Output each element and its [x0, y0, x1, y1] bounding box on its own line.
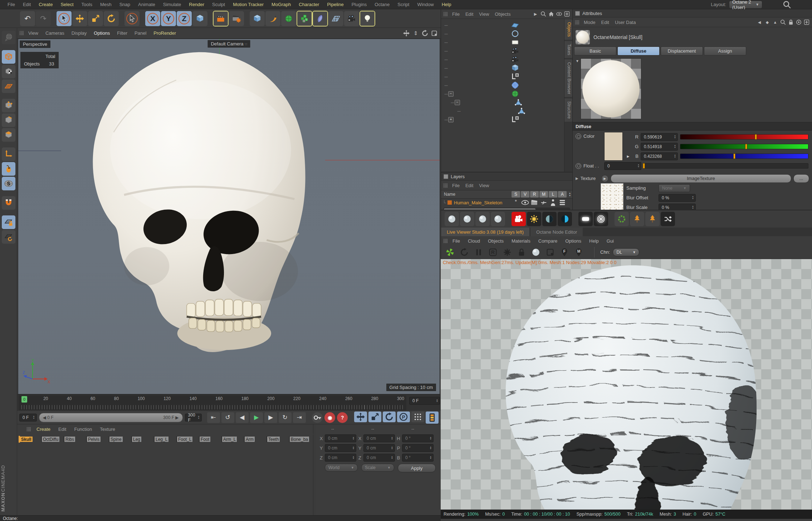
attributes-menu-item[interactable]: Edit — [598, 20, 612, 25]
color-swatch[interactable] — [604, 132, 623, 161]
workplane-rotate-icon[interactable] — [2, 230, 15, 244]
goto-end-button[interactable]: ⇥ — [293, 412, 306, 423]
scale-field[interactable]: 0 cm▲▼ — [363, 454, 395, 462]
object-row[interactable]: ─ + Human_Male_Skeleton — [441, 115, 564, 124]
material-menu-item[interactable]: Texture — [96, 427, 119, 432]
panel-grip[interactable] — [26, 427, 31, 432]
add-deformer-button[interactable] — [313, 11, 328, 26]
float-slider[interactable] — [644, 163, 808, 169]
timeline-scrubber[interactable]: 0 — [21, 396, 27, 403]
material-ball-icon[interactable] — [531, 248, 540, 257]
layers-column-header[interactable]: L — [549, 191, 557, 198]
attribute-tab[interactable]: Displacement — [661, 47, 703, 55]
scale-field[interactable]: 0 cm▲▼ — [363, 434, 395, 442]
position-field[interactable]: 0 cm▲▼ — [325, 444, 356, 452]
channel-slider[interactable] — [680, 134, 808, 140]
workplane-lock-icon[interactable] — [2, 215, 15, 229]
object-row[interactable]: ─ Circle ✓ — [441, 29, 564, 38]
lv-menu-item[interactable]: Options — [561, 238, 585, 244]
lock-icon[interactable] — [549, 198, 557, 207]
material-tile[interactable]: Leg — [131, 437, 152, 515]
viewport-menu-item[interactable]: Filter — [113, 30, 131, 36]
layers-menu-item[interactable]: Edit — [463, 183, 476, 188]
layers-name-header[interactable]: Name — [441, 192, 512, 197]
search-icon[interactable] — [780, 19, 786, 25]
material-tile[interactable]: Pelvis — [86, 437, 107, 515]
layer-row[interactable]: └ Human_Male_Skeleton ● — [441, 199, 572, 206]
filter-eye-icon[interactable] — [556, 11, 562, 17]
channel-expand-button[interactable] — [625, 143, 631, 150]
material-tile[interactable]: Bone_ba — [289, 437, 310, 515]
lv-menu-item[interactable]: Materials — [508, 238, 534, 244]
lock-z-button[interactable]: Z — [177, 11, 192, 26]
texture-button[interactable]: ImageTexture — [611, 174, 791, 183]
menu-item[interactable]: Render — [185, 2, 208, 7]
texture-mode-icon[interactable] — [2, 65, 15, 78]
menu-item[interactable]: Sculpt — [208, 2, 229, 7]
restart-render-icon[interactable] — [460, 248, 469, 257]
viewport-menu-item[interactable]: ProRender — [150, 30, 180, 36]
polygons-mode-icon[interactable] — [2, 128, 15, 142]
menu-item[interactable]: Snap — [116, 2, 134, 7]
om-menu-item[interactable]: Edit — [463, 11, 476, 17]
move-tool-button[interactable] — [72, 11, 87, 26]
add-camera-button[interactable] — [344, 11, 359, 26]
expand-toggle[interactable]: − — [455, 100, 460, 105]
points-mode-icon[interactable] — [2, 99, 15, 112]
target-icon[interactable] — [796, 19, 802, 25]
om-menu-item[interactable]: View — [476, 11, 492, 17]
menu-item[interactable]: Help — [438, 2, 455, 7]
ies-light-button[interactable] — [594, 212, 608, 226]
layers-column-header[interactable]: V — [521, 191, 529, 198]
frame-end-field[interactable]: 300 F▲▼ — [185, 414, 202, 422]
rotate-view-icon[interactable] — [421, 30, 429, 37]
manager-tab[interactable]: Structure — [564, 98, 572, 122]
render-settings-button[interactable] — [229, 11, 244, 26]
viewport-solo-icon[interactable] — [2, 162, 15, 176]
scale-field[interactable]: 0 cm▲▼ — [363, 444, 395, 452]
panel-grip[interactable] — [575, 20, 579, 25]
prev-frame-button[interactable]: ◀ — [236, 412, 249, 423]
overflow-icon[interactable]: ▶ — [532, 11, 539, 17]
current-frame-field[interactable]: 0 F▲▼ — [409, 397, 440, 405]
blur-offset-field[interactable]: 0 %▲▼ — [659, 194, 696, 202]
edges-mode-icon[interactable] — [2, 113, 15, 127]
add-panel-icon[interactable] — [803, 19, 810, 25]
material-tile[interactable]: Spine — [109, 437, 129, 515]
texture-expand-button[interactable]: ▶ — [601, 175, 608, 182]
om-menu-item[interactable]: Objects — [492, 11, 513, 17]
panel-grip[interactable] — [19, 31, 24, 35]
material-preview-large[interactable] — [581, 58, 641, 119]
material-tile[interactable]: Leg_L — [154, 437, 175, 515]
object-row[interactable]: ─ Plane ✓ — [441, 21, 564, 29]
material-tile[interactable]: Teeth — [266, 437, 287, 515]
lock-icon[interactable] — [788, 19, 794, 25]
pause-render-icon[interactable] — [474, 248, 483, 257]
key-pla-toggle[interactable] — [411, 412, 424, 422]
menu-item[interactable]: Animate — [134, 2, 159, 7]
attributes-menu-item[interactable]: Mode — [581, 20, 598, 25]
position-field[interactable]: 0 cm▲▼ — [325, 434, 356, 442]
material-tile[interactable]: Foot_L — [176, 437, 197, 515]
key-rotation-toggle[interactable] — [383, 412, 396, 422]
texture-environment-button[interactable] — [542, 212, 557, 226]
key-scale-toggle[interactable] — [368, 412, 381, 422]
menu-item[interactable]: Script — [393, 2, 413, 7]
channel-value-field[interactable]: 0.423268▲▼ — [641, 152, 678, 160]
object-row[interactable]: ─ OctaneCamera.1 ⌖ — [441, 47, 564, 55]
octane-logo-icon[interactable] — [445, 248, 455, 257]
scroll-arrows[interactable]: ▲▼ — [567, 192, 572, 197]
simulation-icon[interactable]: S — [2, 177, 15, 190]
menu-item[interactable]: Tools — [78, 2, 96, 7]
vegetation2-button[interactable] — [645, 212, 660, 226]
material-tile[interactable]: Skull — [19, 437, 39, 515]
material-tile[interactable]: Arm_L — [221, 437, 242, 515]
glossy-material-button[interactable] — [460, 212, 474, 226]
material-menu-item[interactable]: Edit — [54, 427, 70, 432]
object-row[interactable]: ─ − Skull — [441, 98, 564, 107]
search-icon[interactable] — [765, 0, 808, 9]
layout-select[interactable]: Octane 2 (User)▼ — [729, 1, 762, 9]
coord-system-button[interactable] — [192, 11, 207, 26]
pick-region-icon[interactable] — [546, 248, 555, 257]
panel-grip[interactable] — [443, 239, 448, 243]
